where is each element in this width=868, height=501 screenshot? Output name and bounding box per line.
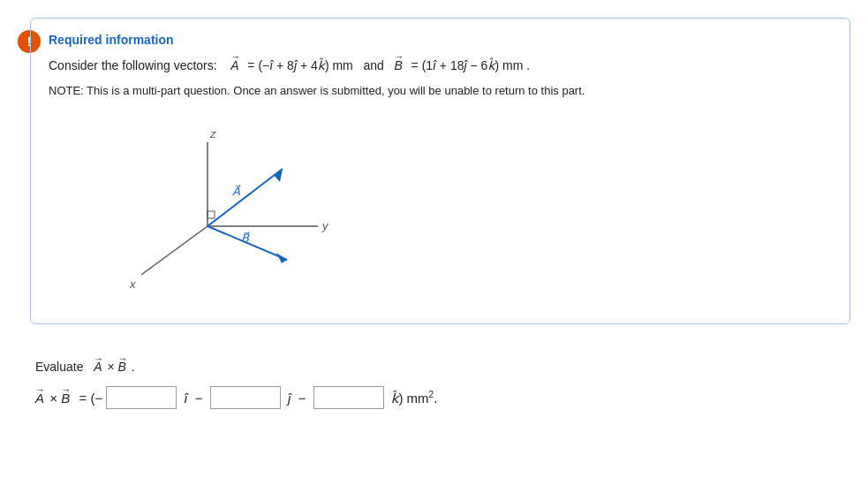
input-i-value[interactable] [106, 386, 177, 409]
consider-text: Consider the following vectors: → A = (−… [49, 56, 832, 75]
svg-rect-12 [208, 211, 215, 218]
vector-b-display: → B = (1î + 18ĵ − 6k̂) mm . [394, 58, 530, 72]
input-j-field[interactable] [211, 387, 280, 408]
svg-line-0 [141, 226, 208, 275]
svg-marker-10 [276, 253, 287, 263]
input-i-field[interactable] [107, 387, 176, 408]
page-wrapper: ! Required information Consider the foll… [0, 0, 868, 453]
lhs-label: → A × → B = (− [35, 391, 102, 406]
note-text: NOTE: This is a multi-part question. Onc… [49, 84, 832, 97]
info-box: Required information Consider the follow… [30, 18, 850, 324]
diagram-area: x y z A⃗ [49, 111, 832, 306]
input-j-value[interactable] [210, 386, 281, 409]
svg-text:y: y [321, 219, 329, 232]
svg-marker-7 [274, 169, 283, 182]
required-title: Required information [49, 33, 832, 47]
coordinate-diagram: x y z A⃗ [93, 111, 340, 306]
unit-j-label: ĵ − [284, 391, 310, 406]
unit-i-label: î − [180, 391, 207, 406]
cross-product-row: → A × → B = (− î − ĵ − [35, 386, 833, 409]
evaluate-section: Evaluate → A × → B . → A × → [18, 351, 850, 427]
svg-text:x: x [129, 277, 136, 291]
input-k-value[interactable] [313, 386, 384, 409]
svg-text:z: z [209, 127, 216, 140]
unit-k-label: k̂) mm2. [388, 390, 438, 406]
vector-a-display: → A = (−î + 8ĵ + 4k̂) mm [230, 58, 356, 72]
input-k-field[interactable] [314, 387, 383, 408]
svg-text:B⃗: B⃗ [241, 232, 250, 245]
evaluate-label: Evaluate → A × → B . [35, 360, 833, 374]
svg-text:A⃗: A⃗ [232, 185, 241, 198]
svg-line-6 [208, 169, 283, 226]
